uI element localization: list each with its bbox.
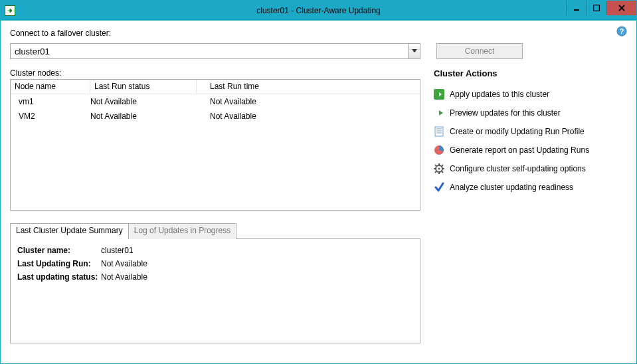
- grid-header: Node name Last Run status Last Run time: [11, 80, 420, 94]
- cluster-nodes-label: Cluster nodes:: [10, 68, 420, 78]
- action-configure-self-updating[interactable]: Configure cluster self-updating options: [434, 159, 627, 178]
- summary-key: Cluster name:: [17, 246, 101, 255]
- window-title: cluster01 - Cluster-Aware Updating: [1, 6, 636, 15]
- tab-log[interactable]: Log of Updates in Progress: [128, 223, 236, 239]
- connect-label: Connect to a failover cluster:: [10, 29, 111, 38]
- svg-text:?: ?: [620, 27, 624, 35]
- app-window: cluster01 - Cluster-Aware Updating ? Con…: [0, 0, 637, 364]
- tab-panel: Cluster name: cluster01 Last Updating Ru…: [10, 238, 420, 343]
- minimize-button[interactable]: [566, 1, 586, 15]
- svg-line-18: [442, 165, 443, 166]
- client-area: ? Connect to a failover cluster: cluster…: [10, 26, 627, 354]
- nodes-grid: Node name Last Run status Last Run time …: [10, 79, 420, 211]
- cluster-combo-value[interactable]: cluster01: [11, 46, 408, 56]
- columns: Cluster nodes: Node name Last Run status…: [10, 68, 627, 343]
- summary-val: cluster01: [101, 246, 134, 255]
- table-row[interactable]: VM2 Not Available Not Available: [11, 109, 420, 124]
- svg-line-19: [435, 171, 436, 173]
- summary-val: Not Available: [101, 272, 147, 282]
- action-label: Preview updates for this cluster: [450, 108, 561, 118]
- cell-node-name: VM2: [11, 112, 90, 121]
- svg-rect-5: [435, 127, 443, 136]
- cluster-combo-dropdown-button[interactable]: [408, 44, 420, 58]
- svg-line-16: [435, 165, 436, 166]
- summary-row: Last updating status: Not Available: [17, 272, 413, 282]
- close-button[interactable]: [606, 1, 636, 15]
- tabbar: Last Cluster Update Summary Log of Updat…: [10, 223, 420, 238]
- action-apply-updates[interactable]: Apply updates to this cluster: [434, 85, 627, 104]
- tab-summary[interactable]: Last Cluster Update Summary: [10, 223, 129, 239]
- summary-key: Last Updating Run:: [17, 259, 101, 268]
- col-last-run-status[interactable]: Last Run status: [90, 80, 197, 94]
- summary-row: Last Updating Run: Not Available: [17, 259, 413, 268]
- apply-updates-icon: [434, 89, 444, 100]
- action-run-profile[interactable]: Create or modify Updating Run Profile: [434, 122, 627, 141]
- action-preview-updates[interactable]: Preview updates for this cluster: [434, 104, 627, 122]
- action-generate-report[interactable]: Generate report on past Updating Runs: [434, 141, 627, 159]
- summary-key: Last updating status:: [17, 272, 101, 282]
- table-row[interactable]: vm1 Not Available Not Available: [11, 94, 420, 109]
- right-column: Cluster Actions Apply updates to this cl…: [434, 68, 627, 343]
- connect-row: cluster01 Connect: [10, 43, 627, 59]
- action-label: Apply updates to this cluster: [450, 90, 549, 99]
- cell-node-name: vm1: [11, 97, 90, 106]
- svg-point-11: [438, 168, 440, 170]
- preview-icon: [434, 108, 444, 118]
- svg-rect-1: [593, 5, 599, 11]
- svg-line-17: [442, 171, 443, 173]
- summary-row: Cluster name: cluster01: [17, 246, 413, 255]
- chevron-down-icon: [412, 49, 417, 53]
- left-column: Cluster nodes: Node name Last Run status…: [10, 68, 420, 343]
- help-icon[interactable]: ?: [616, 26, 627, 37]
- cell-status: Not Available: [90, 112, 197, 121]
- col-node-name[interactable]: Node name: [11, 80, 90, 94]
- titlebar: cluster01 - Cluster-Aware Updating: [1, 1, 636, 21]
- gear-icon: [434, 163, 444, 174]
- cell-time: Not Available: [197, 97, 420, 106]
- cluster-actions-title: Cluster Actions: [434, 68, 627, 78]
- action-analyze-readiness[interactable]: Analyze cluster updating readiness: [434, 178, 627, 197]
- action-label: Analyze cluster updating readiness: [450, 183, 573, 192]
- app-icon: [5, 5, 15, 16]
- profile-icon: [434, 126, 444, 137]
- cluster-combo[interactable]: cluster01: [10, 43, 420, 59]
- cell-time: Not Available: [197, 112, 420, 121]
- action-label: Generate report on past Updating Runs: [450, 145, 589, 155]
- tabs-wrap: Last Cluster Update Summary Log of Updat…: [10, 223, 420, 343]
- cell-status: Not Available: [90, 97, 197, 106]
- window-controls: [566, 1, 636, 15]
- connect-button[interactable]: Connect: [436, 43, 523, 59]
- action-label: Create or modify Updating Run Profile: [450, 127, 585, 136]
- svg-rect-0: [574, 9, 579, 11]
- summary-val: Not Available: [101, 259, 147, 268]
- col-last-run-time[interactable]: Last Run time: [197, 80, 420, 94]
- check-icon: [434, 182, 444, 193]
- grid-body: vm1 Not Available Not Available VM2 Not …: [11, 94, 420, 124]
- action-label: Configure cluster self-updating options: [450, 164, 586, 173]
- report-icon: [434, 145, 444, 155]
- maximize-button[interactable]: [586, 1, 606, 15]
